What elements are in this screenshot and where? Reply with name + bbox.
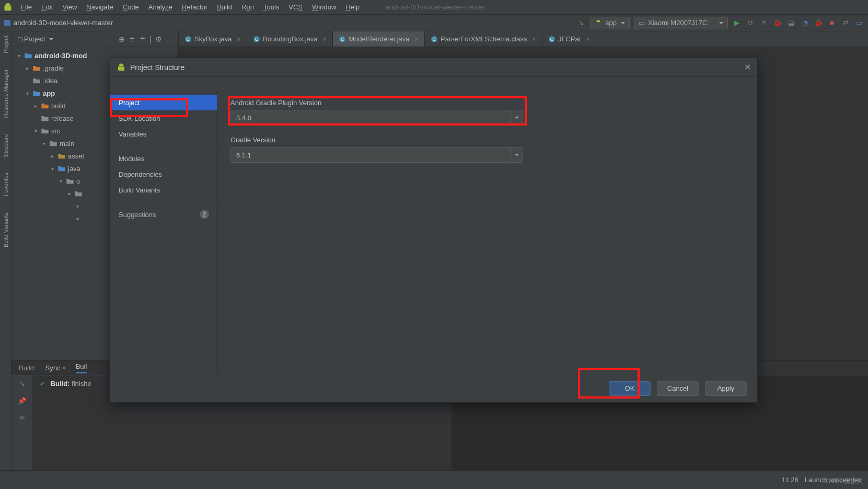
gradle-label: Gradle Version — [230, 136, 745, 144]
apply-button[interactable]: Apply — [705, 381, 747, 396]
menu-bar: File Edit View Navigate Code Analyze Ref… — [0, 0, 868, 15]
menu-code[interactable]: Code — [119, 2, 143, 13]
debug-icon[interactable]: 🐞 — [773, 18, 782, 28]
sidebar-item-sdk[interactable]: SDK Location — [110, 110, 217, 126]
menu-view[interactable]: View — [58, 2, 81, 13]
menu-run[interactable]: Run — [237, 2, 258, 13]
project-view-title[interactable]: Project — [24, 35, 53, 43]
build-pin-icon[interactable]: 📌 — [18, 397, 26, 405]
make-icon[interactable]: ↘ — [576, 18, 586, 28]
locate-icon[interactable]: ⊕ — [117, 35, 127, 43]
build-status-prefix: Build: — [51, 380, 70, 388]
project-view-icon: 🗀 — [16, 35, 24, 43]
build-tab-sync[interactable]: Sync × — [45, 364, 66, 372]
gradle-version-combo[interactable] — [230, 147, 523, 163]
profiler-icon[interactable]: ◔ — [800, 18, 809, 28]
close-icon[interactable]: ✕ — [744, 62, 751, 72]
chevron-down-icon[interactable] — [510, 147, 523, 162]
minimize-icon[interactable]: — — [164, 35, 174, 43]
rail-buildvariants[interactable]: Build Variants — [3, 212, 9, 247]
sync-icon[interactable]: ⇄ — [841, 18, 850, 28]
rail-structure[interactable]: Structure — [3, 134, 9, 157]
editor-tab[interactable]: CJFCPar× — [542, 31, 597, 47]
close-tab-icon[interactable]: × — [237, 36, 240, 42]
project-name-hint: android-3D-model-viewer-master — [386, 3, 485, 11]
breadcrumb[interactable]: android-3D-model-viewer-master — [14, 19, 113, 27]
menu-refactor[interactable]: Refactor — [178, 2, 212, 13]
settings-icon[interactable]: ⚙ — [153, 35, 164, 43]
close-tab-icon[interactable]: × — [532, 36, 535, 42]
menu-window[interactable]: Window — [308, 2, 340, 13]
editor-tab[interactable]: CParserForXMLSchema.class× — [425, 31, 542, 47]
dialog-content: Android Gradle Plugin Version Gradle Ver… — [218, 92, 757, 374]
run-config-combo[interactable]: app — [590, 17, 630, 29]
class-icon: C — [253, 36, 260, 42]
attach-debug-icon[interactable]: 🐞 — [814, 18, 823, 28]
build-status-text: finishe — [72, 380, 91, 388]
stop-icon[interactable]: ■ — [827, 18, 837, 28]
device-combo[interactable]: ▭ Xiaomi M2007J17C — [634, 17, 728, 29]
chevron-down-icon[interactable] — [510, 110, 523, 125]
device-icon: ▭ — [639, 19, 645, 27]
menu-vcs[interactable]: VCS — [284, 2, 307, 13]
suggestions-badge: 2 — [200, 210, 209, 219]
build-show-icon[interactable]: 👁 — [19, 414, 26, 422]
menu-build[interactable]: Build — [213, 2, 236, 13]
sidebar-item-buildvariants[interactable]: Build Variants — [110, 182, 217, 198]
android-logo-icon — [3, 3, 13, 12]
expand-icon[interactable]: ≑ — [127, 35, 137, 43]
agp-label: Android Gradle Plugin Version — [230, 99, 745, 107]
dialog-sidebar: Project SDK Location Variables Modules D… — [110, 92, 218, 374]
build-label: Build: — [19, 364, 36, 372]
build-rerun-icon[interactable]: ↘ — [19, 380, 25, 388]
android-icon — [117, 63, 126, 72]
sidebar-item-dependencies[interactable]: Dependencies — [110, 166, 217, 182]
rail-favorites[interactable]: Favorites — [3, 173, 9, 196]
agp-version-input[interactable] — [236, 114, 517, 122]
ok-button[interactable]: OK — [609, 381, 651, 396]
sidebar-item-suggestions[interactable]: Suggestions 2 — [110, 207, 217, 222]
menu-icon[interactable]: ≡ — [759, 18, 769, 28]
sidebar-item-variables[interactable]: Variables — [110, 126, 217, 142]
menu-file[interactable]: File — [17, 2, 36, 13]
watermark: CSDN @妙为 — [824, 477, 863, 486]
device-label: Xiaomi M2007J17C — [648, 19, 707, 27]
toolbar: android-3D-model-viewer-master ↘ app ▭ X… — [0, 15, 868, 31]
avd-icon[interactable]: ▭ — [854, 18, 864, 28]
coverage-icon[interactable]: ⬓ — [786, 18, 796, 28]
cancel-button[interactable]: Cancel — [657, 381, 699, 396]
build-tab-build[interactable]: Buil — [76, 362, 87, 373]
editor-tab[interactable]: CSkyBox.java× — [179, 31, 247, 47]
menu-edit[interactable]: Edit — [37, 2, 57, 13]
nav-back-icon[interactable]: ← — [118, 81, 124, 88]
class-icon: C — [431, 36, 437, 42]
close-tab-icon[interactable]: × — [323, 36, 326, 42]
run-config-label: app — [605, 19, 617, 27]
nav-forward-icon[interactable]: → — [133, 81, 140, 88]
class-icon: C — [185, 36, 191, 42]
rail-project[interactable]: Project — [3, 36, 9, 53]
menu-analyze[interactable]: Analyze — [144, 2, 177, 13]
close-tab-icon[interactable]: × — [586, 36, 589, 42]
sidebar-item-modules[interactable]: Modules — [110, 151, 217, 166]
menu-help[interactable]: Help — [341, 2, 364, 13]
build-success-icon: ✔ — [40, 380, 45, 388]
dialog-title: Project Structure — [130, 63, 184, 72]
status-time: 11:26 — [781, 476, 798, 484]
rerun-icon[interactable]: ⟳ — [746, 18, 755, 28]
sidebar-item-project[interactable]: Project — [110, 95, 217, 110]
menu-navigate[interactable]: Navigate — [82, 2, 117, 13]
menu-tools[interactable]: Tools — [259, 2, 283, 13]
module-icon — [4, 20, 10, 26]
collapse-icon[interactable]: ≐ — [137, 35, 148, 43]
agp-version-combo[interactable] — [230, 110, 523, 126]
rail-resmgr[interactable]: Resource Manager — [3, 69, 9, 118]
gradle-version-input[interactable] — [236, 151, 517, 159]
class-icon: C — [339, 36, 345, 42]
close-tab-icon[interactable]: × — [415, 36, 418, 42]
editor-tab[interactable]: CModelRenderer.java× — [333, 31, 425, 47]
left-tool-rail: Project Resource Manager Structure Favor… — [0, 31, 11, 470]
class-icon: C — [549, 36, 555, 42]
editor-tab[interactable]: CBoundingBox.java× — [247, 31, 333, 47]
run-icon[interactable]: ▶ — [732, 18, 742, 28]
